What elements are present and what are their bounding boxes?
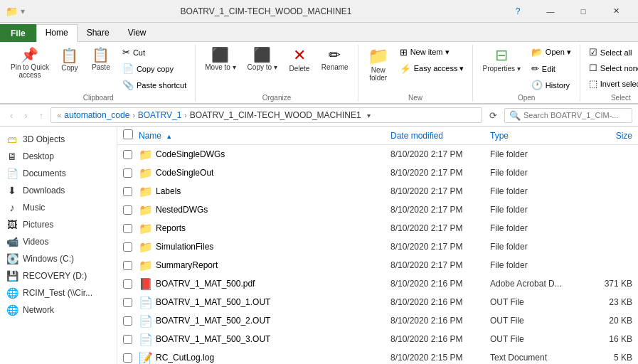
paste-button[interactable]: 📋 Paste (85, 45, 117, 74)
sidebar-item-pictures[interactable]: 🖼 Pictures (0, 216, 117, 233)
select-all-icon: ☑ (589, 47, 597, 58)
row-checkbox[interactable] (123, 261, 132, 270)
copy-to-icon: ⬛ (253, 48, 271, 62)
column-date[interactable]: Date modified (390, 131, 490, 141)
rename-button[interactable]: ✏ Rename (317, 45, 353, 74)
table-row[interactable]: 📁 NestedDWGs 8/10/2020 2:17 PM File fold… (117, 200, 638, 219)
table-row[interactable]: 📁 Labels 8/10/2020 2:17 PM File folder (117, 182, 638, 200)
breadcrumb-sep-1: › (132, 112, 134, 119)
breadcrumb-dropdown[interactable]: ▾ (367, 112, 371, 119)
row-checkbox[interactable] (123, 168, 132, 178)
sidebar-item-documents[interactable]: 📄 Documents (0, 165, 117, 182)
sidebar-item-rcim-test[interactable]: 🌐 RCIM_Test (\\Cir... (0, 284, 117, 301)
row-checkbox-area (123, 298, 139, 307)
row-checkbox[interactable] (123, 298, 132, 307)
sidebar-item-network[interactable]: 🌐 Network (0, 301, 117, 318)
table-row[interactable]: 📕 BOATRV_1_MAT_500.pdf 8/10/2020 2:16 PM… (117, 274, 638, 293)
edit-button[interactable]: ✏ Edit (527, 61, 575, 76)
refresh-button[interactable]: ⟳ (485, 108, 501, 123)
open-button[interactable]: 📂 Open ▾ (527, 45, 575, 60)
delete-button[interactable]: ✕ Delete (284, 45, 315, 75)
tab-home[interactable]: Home (36, 24, 78, 42)
file-date-cell: 8/10/2020 2:17 PM (390, 260, 490, 270)
up-button[interactable]: ↑ (35, 108, 48, 123)
breadcrumb-automation-code[interactable]: automation_code (64, 110, 129, 120)
sidebar-item-windows-c[interactable]: 💽 Windows (C:) (0, 250, 117, 267)
back-button[interactable]: ‹ (6, 108, 17, 123)
row-checkbox[interactable] (123, 187, 132, 196)
sidebar-item-downloads[interactable]: ⬇ Downloads (0, 182, 117, 199)
row-checkbox[interactable] (123, 316, 132, 326)
select-all-button[interactable]: ☑ Select all (585, 45, 638, 60)
copy-button[interactable]: 📋 Copy (55, 45, 84, 75)
row-checkbox[interactable] (123, 224, 132, 233)
table-row[interactable]: 📁 SimulationFiles 8/10/2020 2:17 PM File… (117, 237, 638, 256)
table-row[interactable]: 📄 BOATRV_1_MAT_500_2.OUT 8/10/2020 2:16 … (117, 311, 638, 330)
select-buttons: ☑ Select all ☐ Select none ⬚ Invert sele… (585, 45, 638, 92)
pin-to-quick-access-button[interactable]: 📌 Pin to Quickaccess (6, 45, 54, 82)
row-checkbox-area (123, 261, 139, 270)
easy-access-button[interactable]: ⚡ Easy access ▾ (395, 61, 469, 76)
row-checkbox[interactable] (123, 353, 132, 363)
sidebar-item-music[interactable]: ♪ Music (0, 199, 117, 216)
sidebar-item-3d-objects[interactable]: 🗃 3D Objects (0, 131, 117, 148)
table-row[interactable]: 📁 CodeSingleDWGs 8/10/2020 2:17 PM File … (117, 145, 638, 164)
row-checkbox-area (123, 205, 139, 215)
forward-button[interactable]: › (20, 108, 31, 123)
file-name-text: CodeSingleOut (156, 168, 213, 178)
minimize-button[interactable]: — (534, 0, 567, 23)
table-row[interactable]: 📄 BOATRV_1_MAT_500_1.OUT 8/10/2020 2:16 … (117, 293, 638, 311)
row-checkbox[interactable] (123, 242, 132, 252)
file-name-cell: 📄 BOATRV_1_MAT_500_2.OUT (139, 314, 390, 328)
clipboard-label: Clipboard (6, 92, 191, 102)
tab-share[interactable]: Share (78, 24, 119, 42)
row-checkbox[interactable] (123, 279, 132, 289)
sidebar-label-rcim-test: RCIM_Test (\\Cir... (23, 288, 92, 298)
maximize-button[interactable]: □ (567, 0, 600, 23)
help-button[interactable]: ? (501, 0, 534, 23)
properties-button[interactable]: ⊟ Properties ▾ (477, 45, 525, 75)
breadcrumb: « automation_code › BOATRV_1 › BOATRV_1_… (50, 107, 482, 123)
edit-icon: ✏ (531, 63, 539, 74)
title-bar: 📁 ▾ BOATRV_1_CIM-TECH_WOOD_MACHINE1 ? — … (0, 0, 638, 23)
history-button[interactable]: 🕐 History (527, 77, 575, 92)
column-size[interactable]: Size (583, 131, 632, 141)
ribbon-group-organize: ⬛ Move to ▾ ⬛ Copy to ▾ ✕ Delete ✏ Renam… (197, 45, 358, 102)
select-none-button[interactable]: ☐ Select none (585, 60, 638, 75)
column-type[interactable]: Type (490, 131, 583, 141)
new-folder-button[interactable]: 📁 Newfolder (363, 45, 394, 85)
file-type-cell: File folder (490, 223, 583, 233)
tab-file[interactable]: File (0, 24, 36, 42)
select-all-checkbox[interactable] (123, 129, 133, 139)
move-to-button[interactable]: ⬛ Move to ▾ (200, 45, 240, 74)
sidebar-item-recovery-d[interactable]: 💾 RECOVERY (D:) (0, 267, 117, 284)
file-icon: 📁 (139, 259, 151, 272)
search-input[interactable] (523, 111, 627, 119)
close-button[interactable]: ✕ (600, 0, 632, 23)
breadcrumb-boatrv1[interactable]: BOATRV_1 (138, 110, 182, 120)
main-content: 🗃 3D Objects 🖥 Desktop 📄 Documents ⬇ Dow… (0, 127, 638, 364)
sidebar-item-desktop[interactable]: 🖥 Desktop (0, 148, 117, 165)
copy-to-button[interactable]: ⬛ Copy to ▾ (243, 45, 282, 74)
ribbon-group-new: 📁 Newfolder ⊞ New item ▾ ⚡ Easy access ▾… (360, 45, 474, 102)
file-size-cell: 16 KB (583, 334, 632, 344)
row-checkbox-area (123, 335, 139, 344)
tab-view[interactable]: View (119, 24, 156, 42)
easy-access-icon: ⚡ (400, 63, 411, 74)
table-row[interactable]: 📁 SummaryReport 8/10/2020 2:17 PM File f… (117, 256, 638, 274)
new-item-button[interactable]: ⊞ New item ▾ (395, 45, 469, 60)
row-checkbox[interactable] (123, 205, 132, 215)
copy-path-button[interactable]: 📄 Copy copy (118, 61, 191, 76)
table-row[interactable]: 📄 BOATRV_1_MAT_500_3.OUT 8/10/2020 2:16 … (117, 330, 638, 348)
sidebar-item-videos[interactable]: 📹 Videos (0, 233, 117, 250)
row-checkbox[interactable] (123, 150, 132, 159)
table-row[interactable]: 📁 CodeSingleOut 8/10/2020 2:17 PM File f… (117, 164, 638, 182)
invert-selection-button[interactable]: ⬚ Invert selection (585, 76, 638, 91)
sidebar-label-documents: Documents (23, 168, 66, 178)
paste-shortcut-button[interactable]: 📎 Paste shortcut (118, 77, 191, 92)
table-row[interactable]: 📁 Reports 8/10/2020 2:17 PM File folder (117, 219, 638, 237)
row-checkbox[interactable] (123, 335, 132, 344)
table-row[interactable]: 📝 RC_CutLog.log 8/10/2020 2:15 PM Text D… (117, 348, 638, 364)
column-name[interactable]: Name ▲ (139, 131, 390, 141)
cut-button[interactable]: ✂ Cut (118, 45, 191, 60)
